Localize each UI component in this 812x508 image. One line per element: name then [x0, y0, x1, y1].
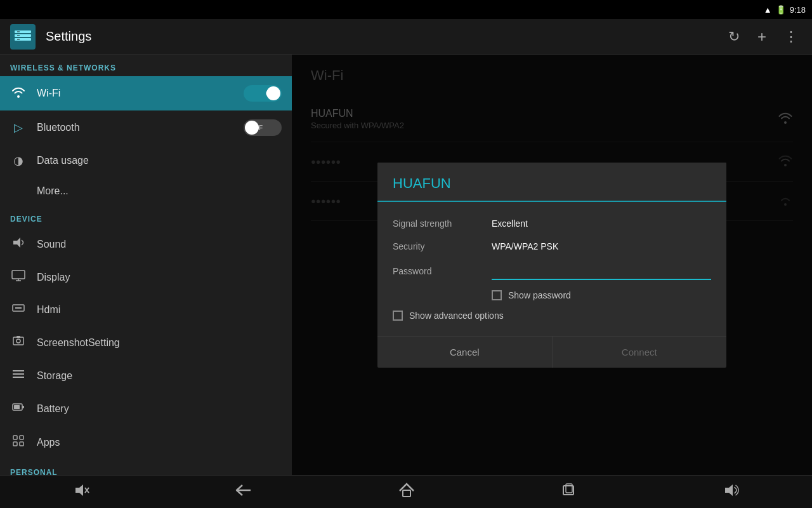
content-area: Wi-Fi HUAFUN Secured with WPA/WPA2	[292, 55, 812, 475]
app-title: Settings	[46, 29, 714, 44]
wifi-toggle[interactable]: ON	[244, 85, 282, 102]
modal-body: Signal strength Excellent Security WPA/W…	[377, 202, 726, 336]
recent-apps-button[interactable]	[548, 477, 590, 507]
security-value: WPA/WPA2 PSK	[492, 241, 558, 251]
data-usage-label: Data usage	[37, 155, 89, 166]
wifi-label: Wi-Fi	[37, 88, 60, 99]
apps-icon	[10, 434, 27, 450]
svg-rect-21	[13, 436, 17, 439]
action-bar: Settings ↻ + ⋮	[0, 19, 812, 55]
svg-rect-5	[17, 39, 20, 39]
volume-off-button[interactable]	[60, 477, 102, 507]
svg-rect-1	[15, 34, 31, 37]
cancel-button[interactable]: Cancel	[377, 337, 552, 368]
refresh-button[interactable]: ↻	[724, 25, 743, 49]
sidebar-item-hdmi[interactable]: Hdmi	[0, 293, 292, 326]
svg-point-13	[16, 339, 20, 343]
more-label: More...	[10, 185, 69, 197]
svg-rect-22	[20, 436, 23, 439]
show-password-label: Show password	[508, 290, 571, 300]
status-bar: ▲ 🔋 9:18	[0, 0, 812, 19]
sidebar-item-storage[interactable]: Storage	[0, 359, 292, 392]
sidebar-item-apps[interactable]: Apps	[0, 425, 292, 459]
svg-marker-25	[75, 485, 83, 496]
home-button[interactable]	[386, 477, 428, 507]
sidebar-item-data-usage[interactable]: ◑ Data usage	[0, 145, 292, 177]
sidebar-item-wifi[interactable]: Wi-Fi ON	[0, 76, 292, 110]
sidebar: WIRELESS & NETWORKS Wi-Fi ON ▷ Blueto	[0, 55, 292, 475]
show-password-row[interactable]: Show password	[393, 285, 711, 305]
app-icon	[10, 24, 36, 50]
show-advanced-row[interactable]: Show advanced options	[393, 305, 711, 326]
show-password-checkbox[interactable]	[492, 290, 502, 300]
svg-rect-19	[22, 406, 24, 408]
svg-rect-20	[14, 405, 20, 409]
add-button[interactable]: +	[754, 24, 770, 50]
sound-label: Sound	[37, 239, 66, 250]
svg-rect-23	[13, 442, 17, 446]
battery-label: Battery	[37, 403, 69, 415]
svg-rect-7	[12, 271, 25, 279]
svg-rect-24	[20, 442, 23, 446]
signal-strength-row: Signal strength Excellent	[393, 212, 711, 235]
svg-rect-12	[13, 337, 23, 345]
sound-icon	[10, 236, 27, 252]
screenshot-label: ScreenshotSetting	[37, 337, 120, 349]
data-usage-icon: ◑	[10, 154, 27, 168]
svg-marker-32	[725, 485, 733, 496]
battery-status-icon: 🔋	[776, 5, 786, 15]
bottom-nav	[0, 475, 812, 508]
storage-label: Storage	[37, 370, 72, 382]
bluetooth-icon: ▷	[10, 121, 27, 135]
modal-title: HUAFUN	[393, 175, 711, 201]
show-advanced-checkbox[interactable]	[393, 311, 403, 321]
back-button[interactable]	[222, 478, 265, 506]
svg-rect-11	[15, 307, 22, 309]
security-row: Security WPA/WPA2 PSK	[393, 235, 711, 258]
apps-label: Apps	[37, 437, 60, 448]
svg-rect-4	[17, 35, 20, 36]
more-options-button[interactable]: ⋮	[780, 25, 802, 49]
signal-strength-label: Signal strength	[393, 218, 481, 229]
section-header-wireless: WIRELESS & NETWORKS	[0, 55, 292, 76]
security-label: Security	[393, 241, 481, 251]
sidebar-item-bluetooth[interactable]: ▷ Bluetooth OFF	[0, 110, 292, 145]
svg-rect-14	[16, 336, 20, 338]
hdmi-icon	[10, 302, 27, 317]
main-layout: WIRELESS & NETWORKS Wi-Fi ON ▷ Blueto	[0, 55, 812, 475]
bluetooth-label: Bluetooth	[37, 122, 80, 133]
time-display: 9:18	[790, 5, 806, 15]
sidebar-item-sound[interactable]: Sound	[0, 227, 292, 261]
wifi-status-icon: ▲	[764, 5, 772, 15]
signal-strength-value: Excellent	[492, 218, 528, 229]
svg-rect-3	[17, 31, 20, 32]
password-input[interactable]	[492, 263, 711, 280]
modal-header: HUAFUN	[377, 163, 726, 202]
modal-overlay: HUAFUN Signal strength Excellent Securit…	[292, 55, 812, 475]
section-header-device: DEVICE	[0, 206, 292, 227]
display-label: Display	[37, 272, 70, 283]
sidebar-item-battery[interactable]: Battery	[0, 392, 292, 425]
display-icon	[10, 270, 27, 284]
volume-up-button[interactable]	[710, 477, 752, 507]
svg-marker-6	[13, 237, 20, 248]
battery-icon	[10, 401, 27, 417]
wifi-connect-modal: HUAFUN Signal strength Excellent Securit…	[377, 163, 726, 368]
sidebar-item-display[interactable]: Display	[0, 261, 292, 293]
sidebar-item-screenshot[interactable]: ScreenshotSetting	[0, 326, 292, 359]
wifi-icon	[10, 86, 27, 101]
section-header-personal: PERSONAL	[0, 459, 292, 475]
svg-rect-29	[403, 490, 410, 497]
show-advanced-label: Show advanced options	[409, 311, 504, 321]
svg-rect-2	[15, 38, 31, 41]
password-label: Password	[393, 266, 481, 280]
hdmi-label: Hdmi	[37, 304, 60, 316]
sidebar-item-more[interactable]: More...	[0, 177, 292, 206]
modal-actions: Cancel Connect	[377, 336, 726, 368]
svg-rect-0	[15, 30, 31, 33]
connect-button[interactable]: Connect	[553, 337, 727, 368]
status-icons: ▲ 🔋 9:18	[764, 5, 806, 15]
storage-icon	[10, 368, 27, 383]
bluetooth-toggle[interactable]: OFF	[244, 119, 282, 136]
password-container: Password	[393, 258, 711, 285]
